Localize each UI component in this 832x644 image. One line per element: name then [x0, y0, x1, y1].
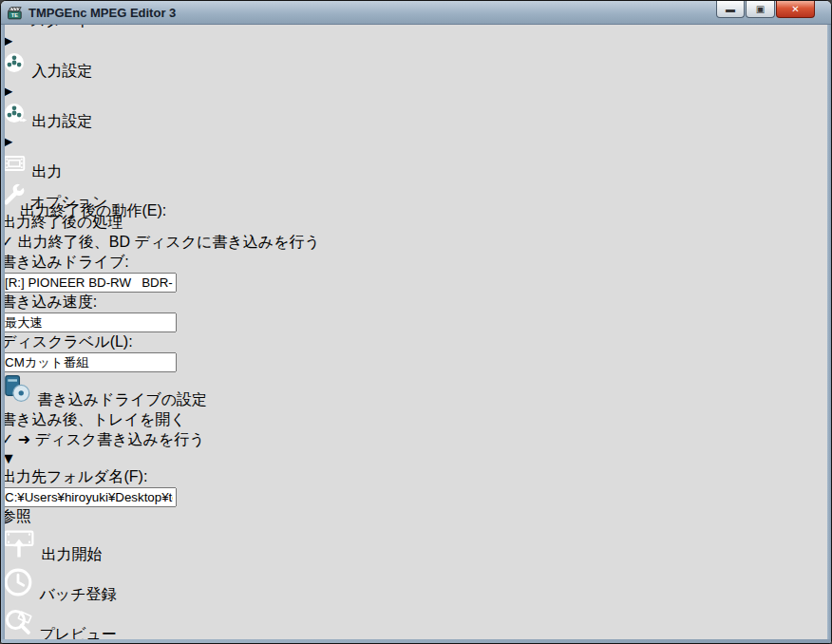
tab-input-settings-label: 入力設定 [31, 63, 92, 79]
window-title: TMPGEnc MPEG Editor 3 [28, 6, 176, 20]
batch-register-button[interactable]: バッチ登録 [1, 565, 831, 605]
drive-settings-label: 書き込みドライブの設定 [37, 391, 207, 407]
start-output-label: 出力開始 [41, 546, 102, 562]
write-to-bd-label: 出力終了後、BD ディスクに書き込みを行う [18, 234, 320, 250]
start-output-button[interactable]: 出力開始 [1, 527, 831, 565]
post-action-value: ディスク書き込みを行う [35, 431, 205, 447]
post-action-combobox[interactable]: ✓ ➜ ディスク書き込みを行う [1, 430, 831, 450]
preview-label: プレビュー [39, 626, 117, 642]
app-window: TE TMPGEnc MPEG Editor 3 ▬ ▣ ✕ スタート ▶ 入力… [0, 0, 832, 644]
action-button-panel: 出力開始 バッチ登録 [1, 527, 831, 644]
write-speed-label: 書き込み速度: [1, 293, 831, 313]
step-arrow-icon: ▶ [1, 82, 831, 100]
toolbar: スタート ▶ 入力設定 ▶ 出力設定 [1, 1, 831, 213]
open-tray-checkbox[interactable]: 書き込み後、トレイを開く [1, 410, 831, 430]
film-reel-icon [1, 113, 31, 129]
tab-output-label: 出力 [31, 163, 62, 180]
chevron-down-icon: ▼ [1, 450, 16, 466]
batch-register-label: バッチ登録 [39, 586, 116, 602]
film-strip-icon [1, 163, 31, 180]
tab-output-settings[interactable]: 出力設定 [1, 100, 112, 132]
combobox-dropdown-button[interactable]: ▼ [1, 450, 831, 467]
drive-settings-button[interactable]: 書き込みドライブの設定 [1, 372, 831, 410]
minimize-icon: ▬ [726, 4, 735, 14]
preview-button[interactable]: プレビュー [1, 605, 831, 644]
output-folder-label: 出力先フォルダ名(F): [1, 467, 831, 487]
disc-label-field[interactable] [1, 352, 177, 372]
title-bar[interactable]: TE TMPGEnc MPEG Editor 3 [1, 1, 831, 25]
bottom-panel: 出力先フォルダ名(F): 参照 出力開始 [1, 467, 831, 644]
tab-input-settings[interactable]: 入力設定 [1, 49, 112, 82]
close-button[interactable]: ✕ [776, 1, 815, 18]
write-to-bd-checkbox[interactable]: ✓ 出力終了後、BD ディスクに書き込みを行う [1, 233, 831, 253]
close-icon: ✕ [791, 4, 799, 14]
maximize-button[interactable]: ▣ [746, 1, 775, 18]
maximize-icon: ▣ [756, 4, 765, 14]
tab-output[interactable]: 出力 [1, 150, 116, 182]
film-up-arrow-icon [1, 527, 37, 559]
minimize-button[interactable]: ▬ [716, 1, 745, 18]
write-drive-field[interactable] [1, 273, 177, 293]
step-arrow-icon: ▶ [1, 132, 831, 150]
magnifier-film-icon [1, 605, 35, 639]
app-icon: TE [7, 5, 23, 21]
film-reel-icon [1, 63, 31, 79]
post-action-label: 出力終了後の動作(E): [20, 201, 166, 221]
browse-button[interactable]: 参照 [1, 507, 831, 527]
clock-icon [1, 565, 35, 599]
checkbox-checked-icon[interactable]: ✓ [1, 234, 13, 250]
svg-text:TE: TE [11, 12, 18, 18]
step-arrow-icon: ▶ [1, 31, 831, 49]
drive-disc-icon [1, 372, 33, 405]
write-drive-label: 書き込みドライブ: [1, 253, 831, 273]
disc-label-label: ディスクラベル(L): [1, 332, 831, 352]
write-speed-field[interactable] [1, 313, 177, 332]
post-output-panel: 出力終了後の処理 ✓ 出力終了後、BD ディスクに書き込みを行う 書き込みドライ… [1, 213, 831, 467]
browse-label: 参照 [1, 508, 31, 524]
red-arrow-icon: ➜ [18, 431, 30, 447]
output-folder-input[interactable] [1, 487, 177, 507]
open-tray-label: 書き込み後、トレイを開く [1, 411, 186, 427]
tab-output-settings-label: 出力設定 [31, 113, 92, 129]
red-checked-box-icon: ✓ [1, 431, 13, 447]
